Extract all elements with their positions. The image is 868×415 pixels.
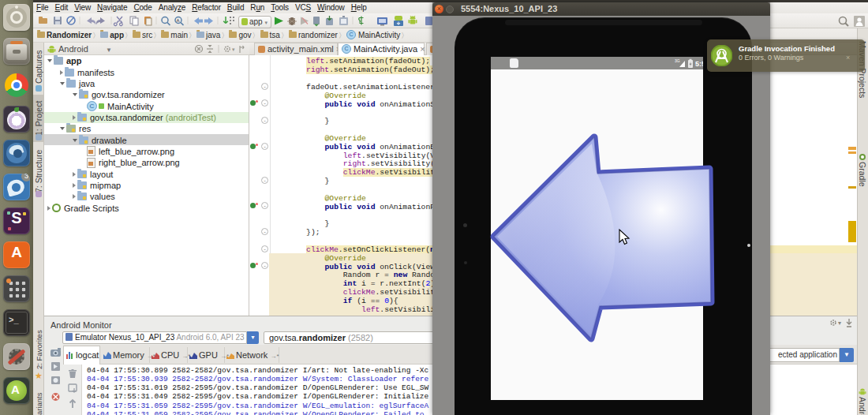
svg-text:▾: ▾ <box>232 47 235 52</box>
svg-text:5:5: 5:5 <box>695 60 703 68</box>
svg-text:A: A <box>177 18 180 23</box>
svg-text:3G: 3G <box>675 58 680 63</box>
svg-text:▾: ▾ <box>838 320 841 327</box>
